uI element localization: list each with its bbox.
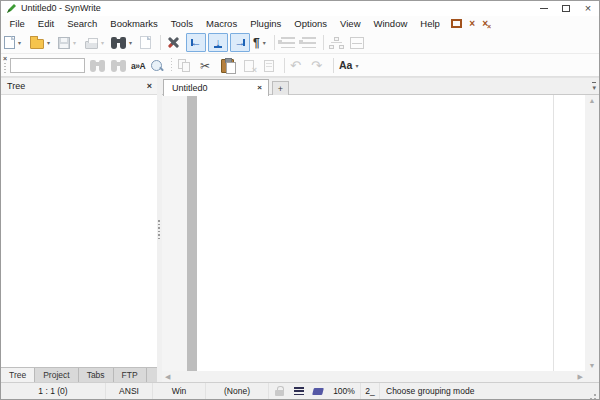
line-endings-cell[interactable]: Win [153, 383, 206, 399]
menu-bar: File Edit Search Bookmarks Tools Macros … [1, 16, 599, 31]
resize-grip-icon[interactable] [594, 394, 596, 396]
nonprinted-dropdown-icon[interactable]: ▾ [263, 40, 266, 46]
horizontal-scrollbar[interactable]: ◀ ▶ [162, 371, 599, 382]
cut-button[interactable]: ✂ [200, 57, 210, 74]
highlight-cell[interactable] [308, 383, 328, 399]
new-tab-button[interactable]: + [272, 81, 289, 96]
new-file-button[interactable]: ▾ [4, 34, 21, 51]
scroll-left-icon[interactable]: ◀ [165, 373, 170, 380]
menu-view[interactable]: View [334, 16, 367, 31]
undo-button[interactable]: ↶ [290, 57, 301, 74]
menu-help[interactable]: Help [414, 16, 447, 31]
save-dropdown-icon[interactable]: ▾ [73, 40, 76, 46]
menu-file[interactable]: File [3, 16, 31, 31]
find-button[interactable]: ▾ [111, 34, 132, 51]
search-toolbar: × a»A ✂ ↶ ↷ Aa▾ [1, 54, 599, 77]
editor-body[interactable]: ▲ ▼ [162, 95, 599, 371]
highlight-icon [312, 388, 324, 395]
toolbar-separator [171, 58, 172, 73]
new-file-icon [4, 36, 15, 49]
panel-tab-ftp[interactable]: FTP [114, 368, 147, 382]
reload-file-button[interactable] [140, 34, 151, 51]
title-bar: Untitled0 - SynWrite × [1, 1, 599, 16]
tree-panel-close-icon[interactable]: × [146, 81, 153, 92]
word-wrap-cell[interactable] [289, 383, 308, 399]
fold-gutter[interactable] [187, 95, 197, 371]
panel-tab-tree[interactable]: Tree [1, 368, 35, 382]
paste-button[interactable] [221, 57, 234, 74]
mdi-maximize-icon[interactable] [451, 19, 462, 28]
grouping-mode-cell[interactable]: Choose grouping mode [380, 383, 585, 399]
find-previous-icon [111, 60, 126, 72]
mdi-close-all-icon[interactable]: ×× [482, 19, 491, 29]
mdi-close-icon[interactable]: × [469, 19, 475, 29]
case-sensitive-button[interactable]: a»A [131, 57, 145, 74]
copy-button[interactable] [178, 57, 192, 74]
tree-structure-icon [329, 37, 344, 49]
scroll-up-icon[interactable]: ▲ [585, 97, 599, 104]
minimize-button[interactable] [533, 1, 555, 16]
maximize-button[interactable] [555, 1, 577, 16]
focus-tree-toggle[interactable]: ← [186, 33, 206, 52]
find-next-button[interactable] [90, 57, 105, 74]
tab-close-icon[interactable]: × [257, 84, 262, 92]
zoom-cell[interactable]: 100% [328, 383, 361, 399]
panel-tab-project[interactable]: Project [35, 368, 78, 382]
new-file-dropdown-icon[interactable]: ▾ [18, 40, 21, 46]
document-tab[interactable]: Untitled0 × [163, 79, 269, 96]
search-options-button[interactable] [150, 57, 164, 74]
find-dropdown-icon[interactable]: ▾ [129, 40, 132, 46]
menu-tools[interactable]: Tools [164, 16, 199, 31]
magnifier-icon [150, 59, 164, 73]
tab-list-dropdown-icon[interactable]: ▾ [592, 82, 596, 91]
splitter-grip-icon [158, 220, 160, 240]
print-button[interactable]: ▾ [85, 34, 104, 51]
toolbar-grip[interactable] [4, 63, 6, 74]
tab-size-cell[interactable]: 2_ [361, 383, 380, 399]
close-icon: × [585, 3, 591, 14]
menu-bookmarks[interactable]: Bookmarks [104, 16, 165, 31]
menu-macros[interactable]: Macros [200, 16, 244, 31]
panel-tab-tabs[interactable]: Tabs [79, 368, 114, 382]
tools-button[interactable] [166, 34, 181, 51]
select-all-button[interactable] [264, 57, 274, 74]
scroll-down-icon[interactable]: ▼ [585, 362, 599, 369]
tree-panel-header: Tree × [1, 78, 157, 95]
encoding-cell[interactable]: ANSI [106, 383, 153, 399]
redo-button[interactable]: ↷ [311, 57, 322, 74]
save-button[interactable]: ▾ [58, 34, 76, 51]
menu-options[interactable]: Options [288, 16, 334, 31]
menu-search[interactable]: Search [61, 16, 104, 31]
lexer-cell[interactable]: (None) [206, 383, 269, 399]
tree-panel-title: Tree [7, 81, 25, 91]
toolbar-separator [160, 35, 161, 50]
close-button[interactable]: × [577, 1, 599, 16]
vertical-scrollbar[interactable]: ▲ ▼ [585, 95, 599, 371]
menu-plugins[interactable]: Plugins [244, 16, 288, 31]
copy-icon [178, 59, 192, 73]
font-button[interactable]: Aa▾ [339, 57, 358, 74]
save-icon [58, 37, 70, 49]
open-dropdown-icon[interactable]: ▾ [47, 40, 50, 46]
indent-increase-button[interactable] [281, 34, 295, 51]
menu-window[interactable]: Window [367, 16, 414, 31]
undo-icon: ↶ [290, 59, 301, 72]
indent-decrease-button[interactable] [302, 34, 316, 51]
mdi-controls: × ×× [451, 19, 491, 29]
tree-structure-button[interactable] [329, 34, 344, 51]
menu-edit[interactable]: Edit [31, 16, 60, 31]
font-dropdown-icon[interactable]: ▾ [355, 63, 358, 69]
scroll-right-icon[interactable]: ▶ [578, 373, 583, 380]
focus-editor-toggle[interactable]: ↓ [208, 33, 228, 52]
focus-clips-toggle[interactable]: → [230, 33, 250, 52]
close-search-toolbar-icon[interactable]: × [2, 54, 8, 63]
readonly-cell[interactable] [269, 383, 289, 399]
redo-icon: ↷ [311, 59, 322, 72]
open-file-button[interactable]: ▾ [30, 34, 50, 51]
delete-selection-button[interactable] [244, 57, 254, 74]
show-nonprinted-button[interactable]: ¶▾ [253, 34, 266, 51]
find-previous-button[interactable] [111, 57, 126, 74]
split-view-button[interactable] [350, 34, 364, 51]
quick-search-input[interactable] [10, 58, 85, 73]
print-dropdown-icon[interactable]: ▾ [101, 40, 104, 46]
